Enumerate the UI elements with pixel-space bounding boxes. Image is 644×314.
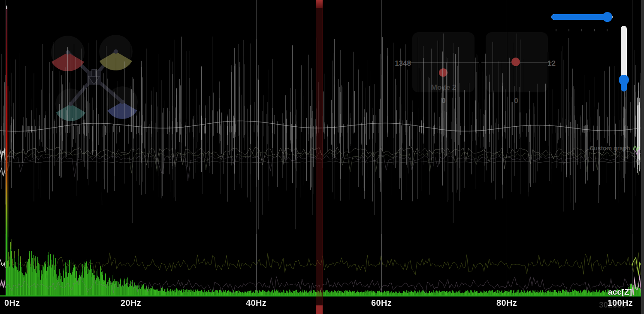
zoom-y-slider-thumb[interactable] — [619, 75, 629, 85]
zoom-x-slider-tick — [581, 29, 582, 31]
right-edge-scrollbar[interactable] — [641, 0, 644, 314]
zoom-x-slider-tick — [556, 29, 556, 31]
axis-tick-label: 0Hz — [4, 298, 20, 308]
zoom-x-slider-tick — [594, 29, 595, 31]
time-cursor-foot — [316, 305, 323, 314]
axis-tick-label: 100Hz — [608, 298, 633, 308]
zoom-x-slider-tick — [607, 29, 608, 31]
spectrum-analyzer-view: 1348 12 Mode 2 0 0 Custom graph 302590 0… — [0, 0, 644, 314]
zoom-x-slider-fill — [551, 14, 608, 20]
time-cursor[interactable] — [316, 0, 323, 314]
zoom-x-slider-tick — [568, 29, 569, 31]
axis-tick-label: 60Hz — [371, 298, 392, 308]
time-cursor-cap — [316, 0, 323, 8]
axis-tick-label: 80Hz — [496, 298, 517, 308]
zoom-x-slider-thumb[interactable] — [602, 12, 612, 22]
field-name-label[interactable]: acc[Z] — [608, 287, 632, 297]
axis-tick-label: 40Hz — [246, 298, 266, 308]
axis-tick-label: 20Hz — [121, 298, 141, 308]
